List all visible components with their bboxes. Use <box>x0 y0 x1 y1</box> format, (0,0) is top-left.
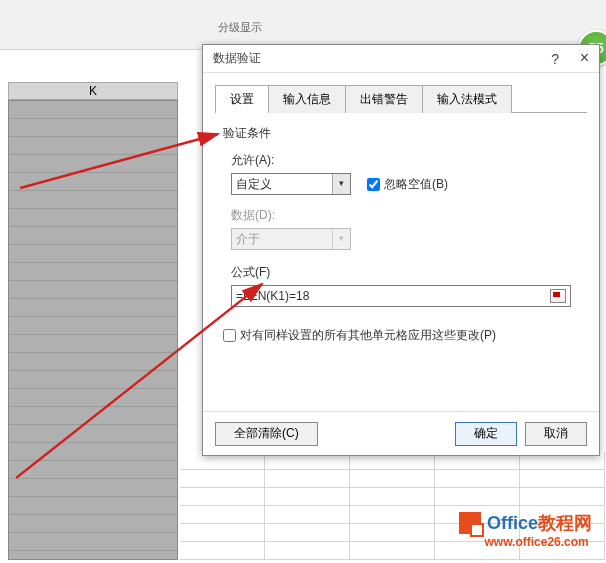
dialog-title-text: 数据验证 <box>213 51 261 65</box>
range-selector-icon[interactable] <box>550 289 566 303</box>
chevron-down-icon: ▾ <box>332 229 350 249</box>
data-label: 数据(D): <box>231 207 579 224</box>
tab-ime-mode[interactable]: 输入法模式 <box>422 85 512 113</box>
ignore-blank-checkbox[interactable]: 忽略空值(B) <box>367 176 448 193</box>
dialog-body: 验证条件 允许(A): 自定义 ▾ 忽略空值(B) 数据(D): 介于 ▾ <box>203 113 599 356</box>
ok-button[interactable]: 确定 <box>455 422 517 446</box>
apply-all-input[interactable] <box>223 329 236 342</box>
data-select-value: 介于 <box>236 231 260 248</box>
tab-input-message[interactable]: 输入信息 <box>268 85 346 113</box>
ignore-blank-label: 忽略空值(B) <box>384 176 448 193</box>
ribbon-background <box>0 0 606 50</box>
dialog-footer: 全部清除(C) 确定 取消 <box>203 411 599 455</box>
data-select: 介于 ▾ <box>231 228 351 250</box>
allow-label: 允许(A): <box>231 152 579 169</box>
watermark-url: www.office26.com <box>485 535 592 549</box>
help-button[interactable]: ? <box>551 51 559 67</box>
allow-select-value: 自定义 <box>236 176 272 193</box>
formula-value: =LEN(K1)=18 <box>236 289 309 303</box>
chevron-down-icon: ▾ <box>332 174 350 194</box>
dialog-titlebar[interactable]: 数据验证 ? × <box>203 45 599 73</box>
tab-settings[interactable]: 设置 <box>215 85 269 113</box>
data-validation-dialog: 数据验证 ? × 设置 输入信息 出错警告 输入法模式 验证条件 允许(A): … <box>202 44 600 456</box>
validation-condition-label: 验证条件 <box>223 125 579 142</box>
close-button[interactable]: × <box>580 49 589 67</box>
allow-select[interactable]: 自定义 ▾ <box>231 173 351 195</box>
apply-all-checkbox[interactable]: 对有同样设置的所有其他单元格应用这些更改(P) <box>223 327 579 344</box>
formula-label: 公式(F) <box>231 264 579 281</box>
watermark: Office教程网 www.office26.com <box>459 511 592 549</box>
selected-column-range[interactable] <box>8 100 178 560</box>
dialog-tabs: 设置 输入信息 出错警告 输入法模式 <box>215 85 587 113</box>
tab-error-alert[interactable]: 出错警告 <box>345 85 423 113</box>
ribbon-group-outline[interactable]: 分级显示 <box>218 20 262 35</box>
clear-all-button[interactable]: 全部清除(C) <box>215 422 318 446</box>
formula-input[interactable]: =LEN(K1)=18 <box>231 285 571 307</box>
watermark-brand: Office教程网 <box>487 513 592 533</box>
watermark-icon <box>459 512 481 534</box>
cancel-button[interactable]: 取消 <box>525 422 587 446</box>
apply-all-label: 对有同样设置的所有其他单元格应用这些更改(P) <box>240 327 496 344</box>
ignore-blank-input[interactable] <box>367 178 380 191</box>
column-header-k[interactable]: K <box>8 82 178 100</box>
